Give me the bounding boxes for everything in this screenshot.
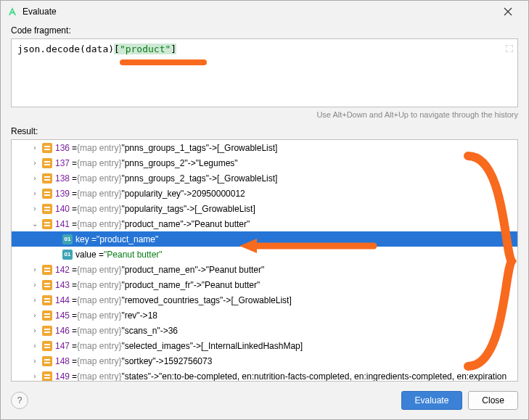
entry-type: {map entry} bbox=[77, 326, 121, 336]
entry-key: "product_name" bbox=[121, 219, 183, 229]
entry-value: "Legumes" bbox=[196, 158, 238, 168]
expand-arrow-icon[interactable]: › bbox=[29, 281, 41, 289]
tree-row[interactable]: ›136 = {map entry} "pnns_groups_1_tags" … bbox=[12, 140, 517, 155]
tree-row[interactable]: ›138 = {map entry} "pnns_groups_2_tags" … bbox=[12, 170, 517, 186]
close-icon[interactable] bbox=[493, 1, 522, 22]
entry-key: "pnns_groups_2_tags" bbox=[121, 173, 209, 184]
entry-type: {map entry} bbox=[77, 143, 121, 153]
entry-type: {map entry} bbox=[77, 173, 121, 184]
tree-row[interactable]: ›149 = {map entry} "states" -> "en:to-be… bbox=[12, 368, 517, 382]
entry-type: {map entry} bbox=[77, 204, 121, 214]
entry-value: [_GrowableList] bbox=[231, 295, 291, 305]
expand-arrow-icon[interactable]: › bbox=[29, 189, 41, 197]
code-fragment-input[interactable]: json.decode(data)["product"] bbox=[11, 38, 518, 107]
entry-type: {map entry} bbox=[77, 356, 121, 366]
entry-index: 147 bbox=[55, 341, 70, 351]
code-line: json.decode(data)["product"] bbox=[17, 44, 176, 54]
expand-arrow-icon[interactable]: › bbox=[29, 342, 41, 350]
expand-arrow-icon[interactable]: › bbox=[29, 144, 41, 152]
dialog-footer: ? Evaluate Close bbox=[1, 382, 528, 419]
map-entry-icon bbox=[42, 219, 52, 229]
entry-index: 146 bbox=[55, 326, 70, 336]
entry-key: "pnns_groups_1_tags" bbox=[121, 143, 209, 153]
entry-key: "rev" bbox=[121, 310, 139, 321]
entry-key: "selected_images" bbox=[121, 341, 193, 351]
entry-value: [_GrowableList] bbox=[217, 143, 277, 153]
entry-index: 145 bbox=[55, 310, 70, 321]
map-entry-icon bbox=[42, 189, 52, 199]
expand-arrow-icon[interactable]: › bbox=[29, 357, 41, 365]
entry-value: 18 bbox=[148, 310, 157, 321]
entry-value: "en:to-be-completed, en:nutrition-facts-… bbox=[159, 371, 507, 382]
entry-key: "removed_countries_tags" bbox=[121, 295, 223, 305]
entry-type: {map entry} bbox=[77, 371, 121, 382]
entry-index: 140 bbox=[55, 204, 70, 214]
child-value-value: "Peanut butter" bbox=[104, 250, 163, 260]
tree-child-value[interactable]: 01value = "Peanut butter" bbox=[12, 247, 517, 262]
expand-icon[interactable] bbox=[506, 44, 513, 54]
evaluate-button[interactable]: Evaluate bbox=[401, 391, 463, 410]
tree-row[interactable]: ›145 = {map entry} "rev" -> 18 bbox=[12, 308, 517, 323]
map-entry-icon bbox=[42, 158, 52, 168]
entry-value: 1592756073 bbox=[164, 356, 213, 366]
kv-icon: 01 bbox=[62, 250, 73, 260]
entry-key: "pnns_groups_2" bbox=[121, 158, 187, 168]
entry-value: [_GrowableList] bbox=[194, 204, 255, 214]
entry-key: "popularity_key" bbox=[121, 189, 184, 199]
expand-arrow-icon[interactable]: › bbox=[29, 326, 41, 334]
dialog-title: Evaluate bbox=[22, 7, 493, 17]
tree-row[interactable]: ›147 = {map entry} "selected_images" -> … bbox=[12, 338, 517, 353]
entry-key: "product_name_fr" bbox=[121, 280, 193, 290]
entry-index: 139 bbox=[55, 189, 70, 199]
entry-index: 149 bbox=[55, 371, 70, 382]
annotation-underline bbox=[120, 59, 207, 65]
expand-arrow-icon[interactable]: › bbox=[29, 372, 41, 380]
android-studio-icon bbox=[7, 6, 18, 17]
tree-row[interactable]: ›146 = {map entry} "scans_n" -> 36 bbox=[12, 323, 517, 338]
map-entry-icon bbox=[42, 173, 52, 184]
tree-row[interactable]: ›137 = {map entry} "pnns_groups_2" -> "L… bbox=[12, 155, 517, 170]
code-fragment-label: Code fragment: bbox=[1, 22, 528, 38]
entry-value: [_InternalLinkedHashMap] bbox=[201, 341, 303, 351]
expand-arrow-icon[interactable]: › bbox=[29, 311, 41, 319]
tree-row[interactable]: ›142 = {map entry} "product_name_en" -> … bbox=[12, 262, 517, 277]
tree-row[interactable]: ⌄141 = {map entry} "product_name" -> "Pe… bbox=[12, 216, 517, 231]
tree-child-key[interactable]: 01key = "product_name" bbox=[12, 231, 517, 247]
entry-type: {map entry} bbox=[77, 310, 121, 321]
entry-index: 138 bbox=[55, 173, 70, 184]
expand-arrow-icon[interactable]: › bbox=[29, 205, 41, 213]
entry-key: "popularity_tags" bbox=[121, 204, 186, 214]
entry-index: 136 bbox=[55, 143, 70, 153]
child-key-value: "product_name" bbox=[97, 234, 158, 244]
close-button[interactable]: Close bbox=[468, 391, 518, 410]
expand-arrow-icon[interactable]: › bbox=[29, 296, 41, 304]
tree-row[interactable]: ›143 = {map entry} "product_name_fr" -> … bbox=[12, 277, 517, 292]
map-entry-icon bbox=[42, 341, 52, 351]
expand-arrow-icon[interactable]: › bbox=[29, 174, 41, 182]
expand-arrow-icon[interactable]: ⌄ bbox=[29, 220, 41, 228]
result-tree[interactable]: ›136 = {map entry} "pnns_groups_1_tags" … bbox=[11, 139, 518, 382]
tree-row[interactable]: ›148 = {map entry} "sortkey" -> 15927560… bbox=[12, 353, 517, 368]
tree-row[interactable]: ›144 = {map entry} "removed_countries_ta… bbox=[12, 292, 517, 308]
entry-index: 142 bbox=[55, 265, 70, 275]
tree-row[interactable]: ›139 = {map entry} "popularity_key" -> 2… bbox=[12, 186, 517, 201]
result-label: Result: bbox=[1, 123, 528, 139]
entry-value: [_GrowableList] bbox=[217, 173, 277, 184]
entry-type: {map entry} bbox=[77, 265, 121, 275]
entry-key: "product_name_en" bbox=[121, 265, 197, 275]
entry-value: 20950000012 bbox=[192, 189, 245, 199]
entry-type: {map entry} bbox=[77, 280, 121, 290]
entry-index: 137 bbox=[55, 158, 70, 168]
map-entry-icon bbox=[42, 143, 52, 153]
map-entry-icon bbox=[42, 204, 52, 214]
expand-arrow-icon[interactable]: › bbox=[29, 265, 41, 273]
expand-arrow-icon[interactable]: › bbox=[29, 159, 41, 167]
entry-value: "Peanut butter" bbox=[206, 265, 265, 275]
map-entry-icon bbox=[42, 280, 52, 290]
entry-type: {map entry} bbox=[77, 158, 121, 168]
help-button[interactable]: ? bbox=[11, 392, 28, 409]
tree-row[interactable]: ›140 = {map entry} "popularity_tags" -> … bbox=[12, 201, 517, 216]
map-entry-icon bbox=[42, 326, 52, 336]
entry-type: {map entry} bbox=[77, 295, 121, 305]
map-entry-icon bbox=[42, 310, 52, 321]
